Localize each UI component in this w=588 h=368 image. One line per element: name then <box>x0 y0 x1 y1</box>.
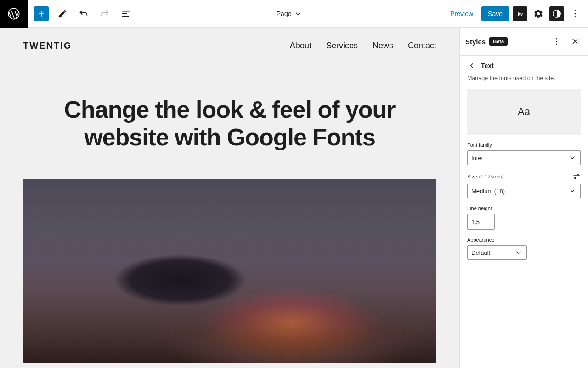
chevron-down-icon <box>514 248 523 257</box>
styles-button[interactable] <box>549 6 564 21</box>
hero-image[interactable] <box>23 179 436 363</box>
document-type-label: Page <box>277 10 292 17</box>
svg-point-3 <box>575 13 576 14</box>
top-toolbar: Page Preview Save tw <box>0 0 588 28</box>
nav-item[interactable]: Contact <box>408 41 436 51</box>
styles-icon <box>552 9 562 19</box>
svg-point-8 <box>577 175 579 176</box>
svg-point-7 <box>556 44 558 45</box>
font-family-value: Inter <box>471 155 483 161</box>
gear-icon <box>533 9 543 19</box>
svg-point-5 <box>556 38 558 40</box>
font-size-value: Medium (18) <box>471 188 505 195</box>
wordpress-icon <box>7 7 20 20</box>
plus-icon <box>37 9 46 18</box>
svg-point-4 <box>575 16 576 17</box>
preview-button[interactable]: Preview <box>446 7 478 20</box>
site-title[interactable]: TWENTIG <box>23 40 72 51</box>
font-family-select[interactable]: Inter <box>467 150 581 165</box>
sidebar-title: Styles <box>465 38 486 46</box>
chevron-down-icon <box>568 154 577 162</box>
size-label: Size <box>467 174 477 179</box>
size-hint: (1.125rem) <box>479 174 503 179</box>
close-icon <box>571 37 580 46</box>
appearance-value: Default <box>471 249 490 256</box>
sidebar-more-button[interactable] <box>549 34 564 49</box>
document-overview-button[interactable] <box>119 6 133 21</box>
line-height-label: Line height <box>467 206 581 211</box>
svg-point-6 <box>556 41 558 42</box>
size-settings-button[interactable] <box>572 172 581 181</box>
styles-sidebar: Styles Beta Text Manage the fonts used o… <box>459 28 588 368</box>
edit-tool-button[interactable] <box>55 6 70 21</box>
more-options-button[interactable] <box>568 6 582 21</box>
back-button[interactable] <box>467 61 476 70</box>
sidebar-description: Manage the fonts used on the site. <box>460 72 588 89</box>
typography-preview: Aa <box>467 89 581 135</box>
nav-item[interactable]: News <box>373 41 393 51</box>
undo-button[interactable] <box>76 6 91 21</box>
save-button[interactable]: Save <box>481 6 509 21</box>
chevron-down-icon <box>294 10 302 18</box>
beta-badge: Beta <box>489 37 508 46</box>
add-block-button[interactable] <box>34 6 49 21</box>
redo-icon <box>100 9 110 19</box>
primary-nav: About Services News Contact <box>290 41 436 51</box>
sidebar-subtitle: Text <box>481 62 494 69</box>
hero-heading[interactable]: Change the look & feel of your website w… <box>41 96 418 151</box>
undo-icon <box>79 9 89 19</box>
font-size-select[interactable]: Medium (18) <box>467 184 581 198</box>
nav-item[interactable]: Services <box>326 41 358 51</box>
svg-point-2 <box>575 10 576 12</box>
twentig-badge[interactable]: tw <box>513 6 527 21</box>
svg-point-9 <box>575 178 576 179</box>
close-sidebar-button[interactable] <box>568 34 582 49</box>
list-icon <box>121 9 131 19</box>
settings-button[interactable] <box>531 6 546 21</box>
chevron-left-icon <box>468 62 476 70</box>
editor-canvas[interactable]: TWENTIG About Services News Contact Chan… <box>0 28 459 368</box>
document-type-dropdown[interactable]: Page <box>133 10 446 18</box>
redo-button[interactable] <box>97 6 112 21</box>
more-vertical-icon <box>570 9 580 19</box>
appearance-select[interactable]: Default <box>467 245 527 260</box>
wordpress-logo-button[interactable] <box>0 0 28 28</box>
line-height-input[interactable] <box>467 214 495 230</box>
more-vertical-icon <box>552 37 561 46</box>
font-family-label: Font family <box>467 142 581 148</box>
nav-item[interactable]: About <box>290 41 311 51</box>
pencil-icon <box>57 9 68 19</box>
sliders-icon <box>572 172 581 181</box>
appearance-label: Appearance <box>467 237 581 242</box>
chevron-down-icon <box>568 187 577 195</box>
